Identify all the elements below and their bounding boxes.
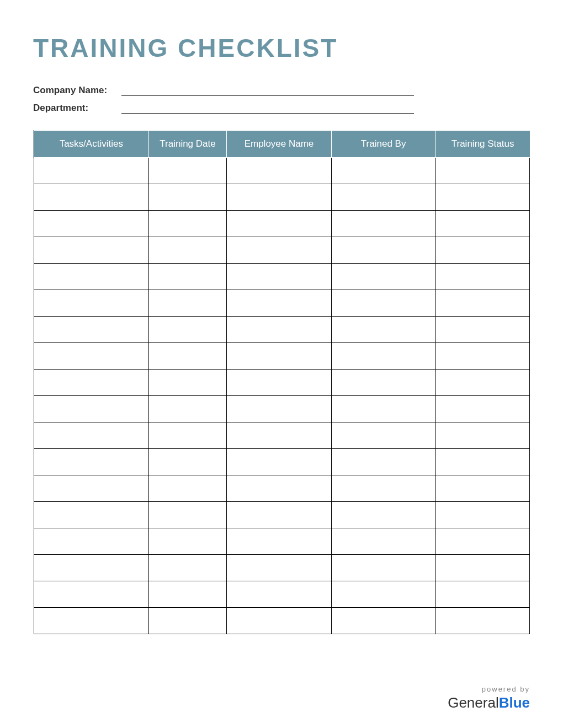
cell-tasks[interactable] (34, 608, 148, 634)
company-name-input-line[interactable] (121, 85, 414, 96)
cell-date[interactable] (148, 211, 227, 237)
cell-date[interactable] (148, 317, 227, 343)
cell-date[interactable] (148, 475, 227, 502)
cell-status[interactable] (435, 211, 529, 237)
table-row (34, 317, 530, 343)
cell-date[interactable] (148, 555, 227, 581)
cell-date[interactable] (148, 343, 227, 370)
cell-tasks[interactable] (34, 264, 148, 290)
cell-date[interactable] (148, 370, 227, 396)
cell-status[interactable] (435, 608, 529, 634)
cell-tasks[interactable] (34, 184, 148, 211)
cell-status[interactable] (435, 449, 529, 475)
cell-tasks[interactable] (34, 158, 148, 184)
cell-employee[interactable] (227, 370, 331, 396)
cell-employee[interactable] (227, 528, 331, 555)
cell-tasks[interactable] (34, 528, 148, 555)
cell-tasks[interactable] (34, 502, 148, 528)
cell-status[interactable] (435, 237, 529, 264)
cell-date[interactable] (148, 528, 227, 555)
cell-trained_by[interactable] (331, 158, 435, 184)
cell-trained_by[interactable] (331, 555, 435, 581)
cell-status[interactable] (435, 422, 529, 449)
cell-status[interactable] (435, 264, 529, 290)
table-row (34, 370, 530, 396)
cell-employee[interactable] (227, 184, 331, 211)
cell-status[interactable] (435, 184, 529, 211)
cell-tasks[interactable] (34, 422, 148, 449)
cell-tasks[interactable] (34, 555, 148, 581)
cell-date[interactable] (148, 264, 227, 290)
cell-employee[interactable] (227, 502, 331, 528)
cell-date[interactable] (148, 608, 227, 634)
cell-trained_by[interactable] (331, 211, 435, 237)
cell-trained_by[interactable] (331, 608, 435, 634)
cell-trained_by[interactable] (331, 184, 435, 211)
cell-employee[interactable] (227, 237, 331, 264)
cell-trained_by[interactable] (331, 290, 435, 317)
cell-employee[interactable] (227, 396, 331, 422)
cell-tasks[interactable] (34, 449, 148, 475)
cell-employee[interactable] (227, 581, 331, 608)
cell-employee[interactable] (227, 343, 331, 370)
cell-date[interactable] (148, 290, 227, 317)
cell-trained_by[interactable] (331, 317, 435, 343)
table-header-row: Tasks/Activities Training Date Employee … (34, 131, 530, 158)
cell-date[interactable] (148, 502, 227, 528)
cell-status[interactable] (435, 396, 529, 422)
cell-trained_by[interactable] (331, 422, 435, 449)
cell-status[interactable] (435, 290, 529, 317)
cell-employee[interactable] (227, 608, 331, 634)
cell-status[interactable] (435, 158, 529, 184)
cell-tasks[interactable] (34, 581, 148, 608)
cell-date[interactable] (148, 158, 227, 184)
cell-status[interactable] (435, 555, 529, 581)
cell-employee[interactable] (227, 475, 331, 502)
department-input-line[interactable] (121, 103, 414, 114)
cell-date[interactable] (148, 422, 227, 449)
cell-date[interactable] (148, 449, 227, 475)
cell-tasks[interactable] (34, 211, 148, 237)
cell-employee[interactable] (227, 555, 331, 581)
cell-trained_by[interactable] (331, 475, 435, 502)
cell-employee[interactable] (227, 290, 331, 317)
brand-blue: Blue (499, 694, 530, 711)
cell-tasks[interactable] (34, 343, 148, 370)
cell-trained_by[interactable] (331, 528, 435, 555)
training-table-wrap: Tasks/Activities Training Date Employee … (33, 130, 530, 634)
cell-trained_by[interactable] (331, 449, 435, 475)
cell-employee[interactable] (227, 264, 331, 290)
cell-trained_by[interactable] (331, 581, 435, 608)
cell-status[interactable] (435, 475, 529, 502)
cell-status[interactable] (435, 528, 529, 555)
cell-date[interactable] (148, 396, 227, 422)
cell-trained_by[interactable] (331, 396, 435, 422)
cell-employee[interactable] (227, 158, 331, 184)
cell-date[interactable] (148, 184, 227, 211)
cell-trained_by[interactable] (331, 237, 435, 264)
table-body (34, 158, 530, 634)
cell-date[interactable] (148, 237, 227, 264)
cell-employee[interactable] (227, 211, 331, 237)
training-table: Tasks/Activities Training Date Employee … (33, 130, 530, 634)
cell-tasks[interactable] (34, 370, 148, 396)
cell-employee[interactable] (227, 422, 331, 449)
cell-employee[interactable] (227, 449, 331, 475)
cell-status[interactable] (435, 581, 529, 608)
cell-trained_by[interactable] (331, 264, 435, 290)
cell-status[interactable] (435, 317, 529, 343)
cell-tasks[interactable] (34, 475, 148, 502)
cell-status[interactable] (435, 502, 529, 528)
cell-tasks[interactable] (34, 396, 148, 422)
cell-employee[interactable] (227, 317, 331, 343)
cell-trained_by[interactable] (331, 370, 435, 396)
cell-status[interactable] (435, 370, 529, 396)
cell-trained_by[interactable] (331, 502, 435, 528)
table-row (34, 581, 530, 608)
cell-tasks[interactable] (34, 290, 148, 317)
cell-trained_by[interactable] (331, 343, 435, 370)
cell-date[interactable] (148, 581, 227, 608)
cell-status[interactable] (435, 343, 529, 370)
cell-tasks[interactable] (34, 317, 148, 343)
cell-tasks[interactable] (34, 237, 148, 264)
